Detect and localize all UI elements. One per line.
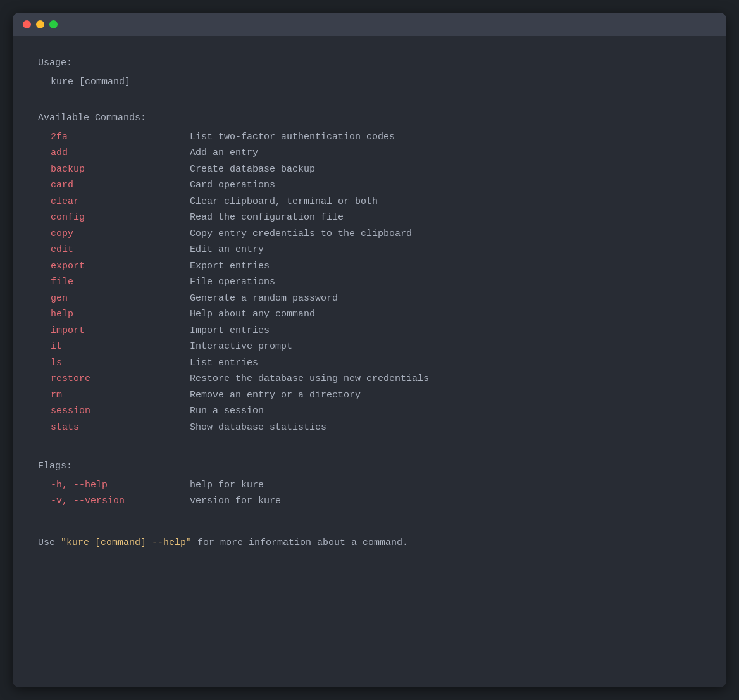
command-row: configRead the configuration file — [38, 209, 701, 226]
command-desc: Run a session — [190, 403, 264, 420]
flags-section: Flags: -h, --helphelp for kure-v, --vers… — [38, 458, 701, 509]
command-name: restore — [51, 371, 190, 387]
command-row: helpHelp about any command — [38, 306, 701, 323]
command-row: editEdit an entry — [38, 242, 701, 258]
command-desc: Interactive prompt — [190, 339, 292, 355]
command-name: ls — [51, 355, 190, 372]
flags-list: -h, --helphelp for kure-v, --versionvers… — [38, 477, 701, 509]
command-row: fileFile operations — [38, 274, 701, 291]
terminal-content: Usage: kure [command] Available Commands… — [13, 36, 726, 576]
command-desc: Clear clipboard, terminal or both — [190, 194, 378, 210]
command-row: rmRemove an entry or a directory — [38, 387, 701, 404]
command-row: restoreRestore the database using new cr… — [38, 371, 701, 387]
commands-list: 2faList two-factor authentication codesa… — [38, 129, 701, 436]
command-name: add — [51, 145, 190, 161]
command-name: rm — [51, 387, 190, 404]
command-name: export — [51, 258, 190, 275]
command-name: 2fa — [51, 129, 190, 146]
flag-row: -v, --versionversion for kure — [51, 493, 701, 509]
close-button[interactable] — [23, 20, 31, 28]
command-row: genGenerate a random password — [38, 291, 701, 307]
minimize-button[interactable] — [36, 20, 44, 28]
command-desc: File operations — [190, 274, 275, 291]
command-row: exportExport entries — [38, 258, 701, 275]
maximize-button[interactable] — [49, 20, 58, 28]
command-row: copyCopy entry credentials to the clipbo… — [38, 226, 701, 242]
command-name: gen — [51, 291, 190, 307]
command-desc: Help about any command — [190, 306, 315, 323]
flag-desc: version for kure — [190, 493, 281, 509]
command-name: clear — [51, 194, 190, 210]
flag-name: -v, --version — [51, 493, 190, 509]
command-name: backup — [51, 161, 190, 178]
command-desc: Read the configuration file — [190, 209, 344, 226]
command-row: cardCard operations — [38, 177, 701, 194]
command-name: session — [51, 403, 190, 420]
command-row: backupCreate database backup — [38, 161, 701, 178]
command-row: clearClear clipboard, terminal or both — [38, 194, 701, 210]
command-row: itInteractive prompt — [38, 339, 701, 355]
command-row: lsList entries — [38, 355, 701, 372]
command-name: copy — [51, 226, 190, 242]
command-desc: Card operations — [190, 177, 275, 194]
command-desc: Export entries — [190, 258, 270, 275]
command-row: sessionRun a session — [38, 403, 701, 420]
command-desc: Remove an entry or a directory — [190, 387, 361, 404]
usage-label: Usage: — [38, 55, 701, 72]
command-name: stats — [51, 420, 190, 436]
command-desc: Restore the database using new credentia… — [190, 371, 429, 387]
command-name: config — [51, 209, 190, 226]
command-row: statsShow database statistics — [38, 420, 701, 436]
command-row: 2faList two-factor authentication codes — [38, 129, 701, 146]
commands-label: Available Commands: — [38, 110, 701, 127]
flag-desc: help for kure — [190, 477, 264, 494]
command-desc: Show database statistics — [190, 420, 326, 436]
command-desc: Generate a random password — [190, 291, 338, 307]
command-desc: Copy entry credentials to the clipboard — [190, 226, 412, 242]
command-row: addAdd an entry — [38, 145, 701, 161]
command-desc: Add an entry — [190, 145, 258, 161]
footer-prefix: Use — [38, 537, 61, 548]
flag-row: -h, --helphelp for kure — [51, 477, 701, 494]
footer-highlight: "kure [command] --help" — [61, 537, 192, 548]
command-desc: Create database backup — [190, 161, 315, 178]
command-name: import — [51, 323, 190, 339]
command-row: importImport entries — [38, 323, 701, 339]
commands-section: Available Commands: 2faList two-factor a… — [38, 110, 701, 435]
footer-line: Use "kure [command] --help" for more inf… — [38, 535, 701, 551]
command-name: edit — [51, 242, 190, 258]
usage-command: kure [command] — [51, 74, 701, 91]
title-bar — [13, 13, 726, 36]
command-desc: Edit an entry — [190, 242, 264, 258]
command-desc: List entries — [190, 355, 258, 372]
command-name: help — [51, 306, 190, 323]
footer-suffix: for more information about a command. — [192, 537, 408, 548]
terminal-window: Usage: kure [command] Available Commands… — [13, 13, 726, 687]
flag-name: -h, --help — [51, 477, 190, 494]
command-desc: List two-factor authentication codes — [190, 129, 395, 146]
command-name: card — [51, 177, 190, 194]
flags-label: Flags: — [38, 458, 701, 475]
command-name: file — [51, 274, 190, 291]
command-name: it — [51, 339, 190, 355]
command-desc: Import entries — [190, 323, 270, 339]
